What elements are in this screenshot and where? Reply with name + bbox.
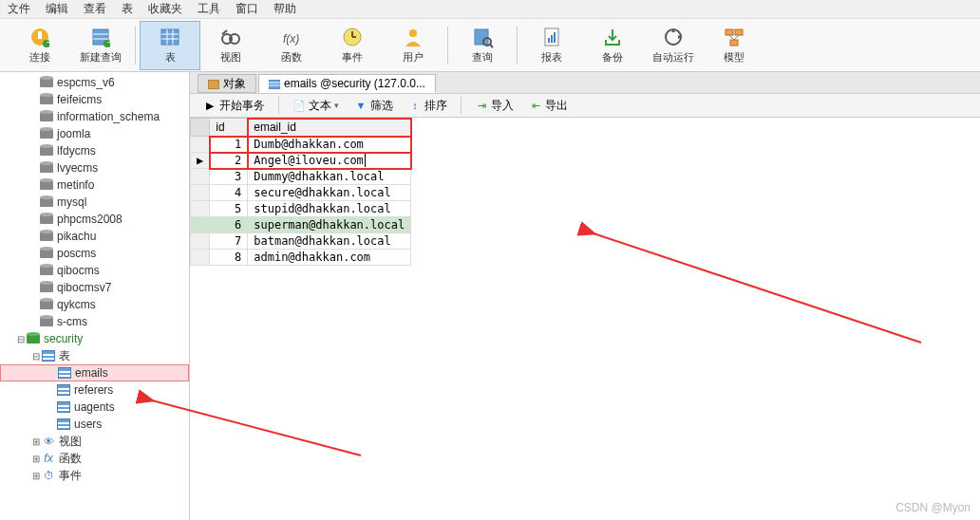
group-views[interactable]: ⊞👁视图 [0,433,189,450]
db-espcms_v6[interactable]: espcms_v6 [0,74,189,91]
menu-file[interactable]: 文件 [8,1,30,17]
cell-email-id[interactable]: secure@dhakkan.local [248,185,411,201]
db-lvyecms[interactable]: lvyecms [0,159,189,176]
query2-button[interactable]: 查询 [452,21,513,70]
table-row[interactable]: 5stupid@dhakkan.local [191,201,411,217]
table-row[interactable]: 8admin@dhakkan.com [191,250,411,266]
db-feifeicms[interactable]: feifeicms [0,91,189,108]
import-button[interactable]: ⇥导入 [469,96,519,116]
col-email-id[interactable]: email_id [248,119,411,137]
table-uagents[interactable]: uagents [0,399,189,416]
sort-button[interactable]: ↕排序 [403,96,453,116]
cell-id[interactable]: 3 [210,169,248,185]
cell-id[interactable]: 7 [210,233,248,250]
export-button[interactable]: ⇤导出 [523,96,574,116]
menu-view[interactable]: 查看 [84,1,106,17]
cell-email-id[interactable]: admin@dhakkan.com [248,250,411,266]
row-selector[interactable] [191,233,210,250]
begin-transaction-button[interactable]: ▶开始事务 [198,96,271,116]
db-phpcms2008[interactable]: phpcms2008 [0,211,189,228]
user-button[interactable]: 用户 [383,21,443,70]
collapse-icon[interactable]: ⊟ [15,334,27,344]
tab-emails-label: emails @security (127.0.0... [284,77,425,90]
table-row[interactable]: 7batman@dhakkan.local [191,233,411,250]
event-button[interactable]: 事件 [322,21,383,70]
db-pikachu[interactable]: pikachu [0,228,189,245]
group-events[interactable]: ⊞⏱事件 [0,467,189,484]
table-row[interactable]: ▶2Angel@iloveu.com [191,153,411,169]
cell-email-id[interactable]: Dumb@dhakkan.com [248,137,411,153]
db-qibocmsv7[interactable]: qibocmsv7 [0,279,189,296]
row-selector[interactable] [191,250,210,266]
auto-run-button[interactable]: 自动运行 [643,21,704,70]
menu-help[interactable]: 帮助 [273,1,296,17]
expand-icon[interactable]: ⊞ [30,454,42,464]
cell-email-id[interactable]: Angel@iloveu.com [248,153,411,169]
row-selector[interactable] [191,201,210,217]
cell-id[interactable]: 8 [210,250,248,266]
table-referers[interactable]: referers [0,381,189,399]
db-qibocms[interactable]: qibocms [0,262,189,279]
table-emails[interactable]: emails [0,364,189,381]
database-tree[interactable]: espcms_v6feifeicmsinformation_schemajoom… [0,72,190,520]
cell-email-id[interactable]: superman@dhakkan.local [248,217,411,233]
group-functions[interactable]: ⊞fx函数 [0,450,189,467]
table-icon [57,384,70,396]
cell-id[interactable]: 5 [210,201,248,217]
expand-icon[interactable]: ⊞ [30,471,42,481]
row-selector[interactable] [191,217,210,233]
connect-button[interactable]: +连接 [9,21,70,70]
model-button[interactable]: 模型 [704,21,764,70]
table-users[interactable]: users [0,416,189,433]
db-metinfo[interactable]: metinfo [0,176,189,194]
db-qykcms[interactable]: qykcms [0,296,189,313]
menu-fav[interactable]: 收藏夹 [148,1,182,17]
db-poscms[interactable]: poscms [0,245,189,262]
play-icon: ▶ [203,99,217,112]
row-selector[interactable] [191,185,210,201]
row-selector-header[interactable] [191,119,210,137]
row-selector[interactable] [191,169,210,185]
text-button[interactable]: 📄文本▾ [287,96,345,116]
menu-window[interactable]: 窗口 [236,1,258,17]
db-joomla[interactable]: joomla [0,125,189,142]
table-row[interactable]: 4secure@dhakkan.local [191,185,411,201]
db-mysql[interactable]: mysql [0,194,189,211]
row-selector[interactable]: ▶ [191,153,210,169]
filter-button[interactable]: ▼筛选 [349,96,399,116]
tab-emails[interactable]: emails @security (127.0.0... [258,74,436,93]
data-grid[interactable]: idemail_id1Dumb@dhakkan.com▶2Angel@ilove… [190,118,411,266]
backup-button[interactable]: 备份 [582,21,643,70]
db-information_schema[interactable]: information_schema [0,108,189,125]
plug-icon: + [28,26,51,48]
expand-icon[interactable]: ⊞ [30,436,42,447]
collapse-icon[interactable]: ⊟ [30,351,42,362]
table-button[interactable]: 表 [140,21,200,70]
cell-id[interactable]: 1 [210,137,248,153]
cell-id[interactable]: 4 [210,185,248,201]
group-tables[interactable]: ⊟表 [0,347,189,364]
db-lfdycms[interactable]: lfdycms [0,142,189,159]
table-row[interactable]: 6superman@dhakkan.local [191,217,411,233]
report-button[interactable]: 报表 [521,21,582,70]
tool-label: 自动运行 [652,50,694,65]
row-selector[interactable] [191,137,210,153]
tab-objects[interactable]: 对象 [198,74,256,93]
cell-email-id[interactable]: Dummy@dhakkan.local [248,169,411,185]
db-security[interactable]: ⊟security [0,330,189,347]
cell-email-id[interactable]: stupid@dhakkan.local [248,201,411,217]
new-query-button[interactable]: +新建查询 [70,21,131,70]
col-id[interactable]: id [210,119,248,137]
table-row[interactable]: 3Dummy@dhakkan.local [191,169,411,185]
cell-id[interactable]: 2 [210,153,248,169]
db-s-cms[interactable]: s-cms [0,313,189,330]
svg-line-24 [490,45,493,47]
menu-edit[interactable]: 编辑 [46,1,68,17]
menu-tools[interactable]: 工具 [198,1,220,17]
menu-table[interactable]: 表 [122,1,133,17]
function-button[interactable]: f(x)函数 [261,21,322,70]
cell-email-id[interactable]: batman@dhakkan.local [248,233,411,250]
table-row[interactable]: 1Dumb@dhakkan.com [191,137,411,153]
view-button[interactable]: 视图 [200,21,261,70]
cell-id[interactable]: 6 [210,217,248,233]
